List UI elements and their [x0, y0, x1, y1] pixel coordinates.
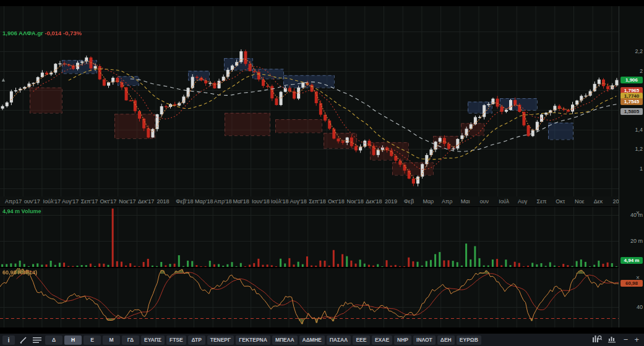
price-tick-label: 1: [622, 166, 643, 172]
time-axis-label: Αυγ'17: [62, 198, 79, 205]
time-axis-label: Φεβ: [404, 198, 414, 205]
bottom-toolbar: i ΔΗΕΜ ΓΔΕΥΑΠΣFTSEΔΤΡΤΕΝΕΡΓΓΕΚΤΕΡΝΑΜΠΕΛΑ…: [0, 334, 644, 346]
timeframe-button-Μ[interactable]: Μ: [103, 335, 120, 345]
info-button[interactable]: i: [2, 335, 15, 345]
price-tick-label: 1,4: [622, 127, 643, 133]
symbol-legend: 1,906 ΑΛΦΑ.gr -0,014 -0,73%: [2, 30, 82, 36]
time-axis-label: Σεπ'18: [309, 198, 326, 205]
time-axis[interactable]: Απρ17ουν'17Ιούλ'17Αυγ'17Σεπ'17Οκτ'17Νοε'…: [0, 196, 619, 206]
time-axis-label: Απρ'18: [214, 198, 232, 205]
price-pane: [0, 6, 619, 196]
time-axis-label: Νοε: [575, 198, 585, 205]
price-change: -0,014: [45, 30, 61, 36]
ticker-button-ΝΗΡ[interactable]: ΝΗΡ: [394, 335, 411, 345]
indicator-list-button[interactable]: [31, 335, 43, 345]
time-axis-label: Αυγ'18: [290, 198, 307, 205]
info-icon: i: [7, 336, 9, 344]
price-axis-badge: 1,5805: [620, 108, 643, 115]
time-axis-label: Μαρ'18: [195, 198, 213, 205]
ticker-button-ΜΠΕΛΑ[interactable]: ΜΠΕΛΑ: [272, 335, 298, 345]
zoom-in-button[interactable]: +: [634, 335, 639, 344]
time-axis-label: Ιούλ'18: [271, 198, 289, 205]
ticker-group: ΓΔΕΥΑΠΣFTSEΔΤΡΤΕΝΕΡΓΓΕΚΤΕΡΝΑΜΠΕΛΑΑΔΜΗΕΠΑ…: [122, 335, 481, 345]
list-icon: [33, 337, 41, 344]
time-axis-label: Δεκ'17: [138, 198, 154, 205]
pencil-icon: [19, 336, 27, 344]
time-axis-label: Φεβ'18: [176, 198, 193, 205]
time-axis-label: Ιούλ'17: [43, 198, 61, 205]
time-axis-label: ουν'17: [24, 198, 40, 205]
ticker-button-ΑΔΜΗΕ[interactable]: ΑΔΜΗΕ: [299, 335, 325, 345]
ticker-button-ΕΥΡΩΒ[interactable]: ΕΥΡΩΒ: [457, 335, 481, 345]
volume-tick-label: 20 m: [622, 238, 643, 244]
time-axis-label: Οκτ'17: [100, 198, 117, 205]
volume-value: 4,94 m: [2, 208, 20, 214]
time-axis-label: 2019: [385, 198, 397, 205]
time-axis-label: Ιούλ: [499, 198, 509, 205]
time-axis-label: Δεκ: [594, 198, 603, 205]
time-axis-label: Νοε'18: [347, 198, 364, 205]
volume-axis-badge: 4,94 m: [620, 257, 643, 264]
rsi-axis-badge: 60,98: [620, 280, 643, 287]
volume-chart-canvas[interactable]: [0, 207, 619, 267]
ticker-button-FTSE[interactable]: FTSE: [166, 335, 186, 345]
price-tick-label: 2,2: [622, 48, 643, 54]
volume-label: 4,94 m Volume: [2, 208, 41, 214]
volume-pane: [0, 207, 619, 267]
time-axis-label: Απρ17: [5, 198, 22, 205]
price-axis-badge: 1,906: [620, 77, 643, 83]
timeframe-button-Δ[interactable]: Δ: [45, 335, 62, 345]
price-change-percent: -0,73%: [63, 30, 82, 36]
time-axis-label: Μαρ: [423, 198, 434, 205]
draw-button[interactable]: [17, 335, 29, 345]
price-tick-label: 2: [622, 68, 643, 74]
ticker-button-ΔΤΡ[interactable]: ΔΤΡ: [188, 335, 205, 345]
ticker-button-ΕΕΕ[interactable]: ΕΕΕ: [353, 335, 370, 345]
time-axis-label: ουν: [480, 198, 489, 205]
time-axis-label: Μαι: [461, 198, 470, 205]
time-axis-label: Απρ: [442, 198, 452, 205]
price-chart-canvas[interactable]: [0, 6, 619, 196]
price-axis-badge: 1,7545: [620, 98, 643, 105]
volume-name: Volume: [22, 208, 41, 214]
last-price: 1,906: [2, 30, 17, 36]
ticker-button-ΕΥΑΠΣ[interactable]: ΕΥΑΠΣ: [141, 335, 165, 345]
ticker-button-ΤΕΝΕΡΓ[interactable]: ΤΕΝΕΡΓ: [207, 335, 234, 345]
bar-chart-icon: [608, 335, 617, 343]
timeframe-button-Η[interactable]: Η: [64, 335, 82, 345]
timeframe-group: ΔΗΕΜ: [45, 335, 120, 345]
price-tick-label: 1,2: [622, 146, 643, 152]
time-axis-label: Οκτ'18: [328, 198, 345, 205]
ticker-button-ΕΧΑΕ[interactable]: ΕΧΑΕ: [372, 335, 392, 345]
time-axis-label: Μαϊ'18: [233, 198, 249, 205]
volume-tick-label: 40 m: [622, 212, 643, 218]
time-axis-label: Ιουν'18: [252, 198, 270, 205]
ticker-button-ΓΕΚΤΕΡΝΑ[interactable]: ΓΕΚΤΕΡΝΑ: [236, 335, 270, 345]
time-axis-label: Νοε'17: [119, 198, 135, 205]
zoom-out-button[interactable]: −: [624, 335, 629, 344]
ticker-button-ΙΝΛΟΤ[interactable]: ΙΝΛΟΤ: [413, 335, 436, 345]
chart-zoom-select-button[interactable]: [592, 334, 602, 345]
time-axis-label: Σεπ'17: [81, 198, 98, 205]
candle-magnifier-icon: [592, 335, 602, 343]
rsi-chart-canvas[interactable]: [0, 268, 619, 327]
time-axis-label: Σεπ: [537, 198, 547, 205]
trading-chart-app: 1,906 ΑΛΦΑ.gr -0,014 -0,73% ▲ Απρ17ουν'1…: [0, 0, 644, 346]
ticker-button-ΔΕΗ[interactable]: ΔΕΗ: [437, 335, 455, 345]
time-axis-label: Δεκ'18: [366, 198, 382, 205]
volume-histogram-button[interactable]: [608, 334, 617, 345]
time-axis-label: 2018: [157, 198, 170, 205]
rsi-label: 60,98 RSI(14): [2, 269, 37, 276]
drawing-anchor-icon[interactable]: ▲: [1, 77, 6, 83]
ticker-button-ΓΔ[interactable]: ΓΔ: [122, 335, 139, 345]
symbol-name: ΑΛΦΑ.gr: [19, 30, 43, 36]
time-axis-label: Αυγ: [518, 198, 527, 205]
rsi-pane: [0, 268, 619, 327]
timeframe-button-Ε[interactable]: Ε: [84, 335, 101, 345]
ticker-button-ΠΑΣΑΛ[interactable]: ΠΑΣΑΛ: [327, 335, 351, 345]
time-axis-label: Οκτ: [556, 198, 565, 205]
price-axis[interactable]: × × 2,221,81,61,41,211,9061,79651,77401,…: [619, 6, 644, 327]
rsi-tick-label: 40: [622, 304, 643, 310]
